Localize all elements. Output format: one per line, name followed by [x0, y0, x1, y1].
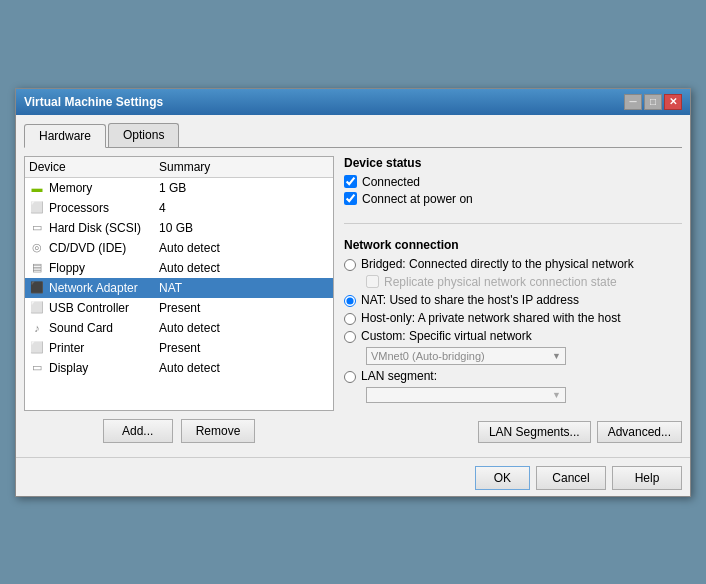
nat-radio[interactable] [344, 295, 356, 307]
window-title: Virtual Machine Settings [24, 95, 163, 109]
tab-bar: Hardware Options [24, 123, 682, 148]
footer: OK Cancel Help [16, 457, 690, 496]
bridged-radio[interactable] [344, 259, 356, 271]
printer-icon: ⬜ [29, 341, 45, 355]
main-window: Virtual Machine Settings ─ □ ✕ Hardware … [15, 88, 691, 497]
custom-dropdown-arrow: ▼ [552, 351, 561, 361]
maximize-button[interactable]: □ [644, 94, 662, 110]
device-row-processors[interactable]: ⬜ Processors 4 [25, 198, 333, 218]
lan-dropdown-row: ▼ [366, 387, 682, 403]
custom-row: Custom: Specific virtual network [344, 329, 682, 343]
connected-row: Connected [344, 175, 682, 189]
custom-label: Custom: Specific virtual network [361, 329, 532, 343]
minimize-button[interactable]: ─ [624, 94, 642, 110]
title-bar-buttons: ─ □ ✕ [624, 94, 682, 110]
replicate-row: Replicate physical network connection st… [366, 275, 682, 289]
power-on-label: Connect at power on [362, 192, 473, 206]
lan-segment-label: LAN segment: [361, 369, 437, 383]
advanced-button[interactable]: Advanced... [597, 421, 682, 443]
right-panel: Device status Connected Connect at power… [344, 156, 682, 443]
device-row-network[interactable]: ⬛ Network Adapter NAT [25, 278, 333, 298]
device-name-display: Display [49, 361, 159, 375]
device-name-harddisk: Hard Disk (SCSI) [49, 221, 159, 235]
device-row-harddisk[interactable]: ▭ Hard Disk (SCSI) 10 GB [25, 218, 333, 238]
nat-row: NAT: Used to share the host's IP address [344, 293, 682, 307]
device-summary-network: NAT [159, 281, 329, 295]
device-status-section: Device status Connected Connect at power… [344, 156, 682, 209]
device-row-memory[interactable]: ▬ Memory 1 GB [25, 178, 333, 198]
title-bar: Virtual Machine Settings ─ □ ✕ [16, 89, 690, 115]
host-only-row: Host-only: A private network shared with… [344, 311, 682, 325]
device-name-printer: Printer [49, 341, 159, 355]
device-table: Device Summary ▬ Memory 1 GB ⬜ Processor… [24, 156, 334, 411]
tab-hardware[interactable]: Hardware [24, 124, 106, 148]
hdd-icon: ▭ [29, 221, 45, 235]
divider1 [344, 223, 682, 224]
device-summary-memory: 1 GB [159, 181, 329, 195]
network-icon: ⬛ [29, 281, 45, 295]
memory-icon: ▬ [29, 181, 45, 195]
add-button[interactable]: Add... [103, 419, 173, 443]
tab-options[interactable]: Options [108, 123, 179, 147]
cpu-icon: ⬜ [29, 201, 45, 215]
host-only-radio[interactable] [344, 313, 356, 325]
device-row-sound[interactable]: ♪ Sound Card Auto detect [25, 318, 333, 338]
network-connection-section: Network connection Bridged: Connected di… [344, 238, 682, 407]
window-body: Hardware Options Device Summary ▬ Memory… [16, 115, 690, 451]
help-button[interactable]: Help [612, 466, 682, 490]
device-name-floppy: Floppy [49, 261, 159, 275]
device-summary-harddisk: 10 GB [159, 221, 329, 235]
col-device-header: Device [29, 160, 159, 174]
device-summary-floppy: Auto detect [159, 261, 329, 275]
device-summary-cddvd: Auto detect [159, 241, 329, 255]
content-area: Device Summary ▬ Memory 1 GB ⬜ Processor… [24, 156, 682, 443]
device-bottom-buttons: Add... Remove [24, 419, 334, 443]
custom-dropdown[interactable]: VMnet0 (Auto-bridging) ▼ [366, 347, 566, 365]
device-row-floppy[interactable]: ▤ Floppy Auto detect [25, 258, 333, 278]
power-on-row: Connect at power on [344, 192, 682, 206]
floppy-icon: ▤ [29, 261, 45, 275]
action-buttons: LAN Segments... Advanced... [344, 421, 682, 443]
col-summary-header: Summary [159, 160, 329, 174]
ok-button[interactable]: OK [475, 466, 530, 490]
connected-label: Connected [362, 175, 420, 189]
device-name-usb: USB Controller [49, 301, 159, 315]
table-header: Device Summary [25, 157, 333, 178]
lan-dropdown-arrow: ▼ [552, 390, 561, 400]
lan-segment-radio[interactable] [344, 371, 356, 383]
lan-dropdown[interactable]: ▼ [366, 387, 566, 403]
device-row-cddvd[interactable]: ◎ CD/DVD (IDE) Auto detect [25, 238, 333, 258]
custom-dropdown-row: VMnet0 (Auto-bridging) ▼ [366, 347, 682, 365]
cancel-button[interactable]: Cancel [536, 466, 606, 490]
host-only-label: Host-only: A private network shared with… [361, 311, 620, 325]
lan-segment-row: LAN segment: [344, 369, 682, 383]
device-summary-printer: Present [159, 341, 329, 355]
device-summary-usb: Present [159, 301, 329, 315]
device-row-display[interactable]: ▭ Display Auto detect [25, 358, 333, 378]
power-on-checkbox[interactable] [344, 192, 357, 205]
sound-icon: ♪ [29, 321, 45, 335]
custom-dropdown-value: VMnet0 (Auto-bridging) [371, 350, 485, 362]
bridged-row: Bridged: Connected directly to the physi… [344, 257, 682, 271]
device-row-usb[interactable]: ⬜ USB Controller Present [25, 298, 333, 318]
replicate-checkbox[interactable] [366, 275, 379, 288]
device-summary-sound: Auto detect [159, 321, 329, 335]
device-summary-display: Auto detect [159, 361, 329, 375]
replicate-label: Replicate physical network connection st… [384, 275, 617, 289]
device-row-printer[interactable]: ⬜ Printer Present [25, 338, 333, 358]
lan-segments-button[interactable]: LAN Segments... [478, 421, 591, 443]
device-name-processors: Processors [49, 201, 159, 215]
connected-checkbox[interactable] [344, 175, 357, 188]
device-summary-processors: 4 [159, 201, 329, 215]
dvd-icon: ◎ [29, 241, 45, 255]
custom-radio[interactable] [344, 331, 356, 343]
bridged-label: Bridged: Connected directly to the physi… [361, 257, 634, 271]
device-name-sound: Sound Card [49, 321, 159, 335]
close-button[interactable]: ✕ [664, 94, 682, 110]
device-name-cddvd: CD/DVD (IDE) [49, 241, 159, 255]
remove-button[interactable]: Remove [181, 419, 256, 443]
nat-label: NAT: Used to share the host's IP address [361, 293, 579, 307]
display-icon: ▭ [29, 361, 45, 375]
device-panel: Device Summary ▬ Memory 1 GB ⬜ Processor… [24, 156, 334, 443]
usb-icon: ⬜ [29, 301, 45, 315]
